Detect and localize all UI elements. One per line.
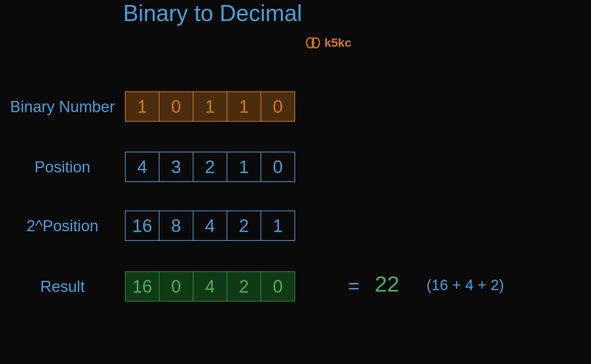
binary-cell: 0 (159, 91, 193, 122)
binary-cell: 1 (193, 91, 227, 122)
equals-sign: = (348, 274, 360, 297)
cells-binary: 1 0 1 1 0 (125, 91, 295, 122)
row-result: Result 16 0 4 2 0 (0, 271, 295, 302)
binary-cell: 1 (125, 91, 160, 122)
cells-power: 16 8 4 2 1 (125, 211, 295, 241)
power-cell: 16 (125, 211, 160, 241)
result-cell: 2 (227, 271, 261, 302)
position-cell: 3 (159, 152, 193, 182)
power-cell: 2 (227, 211, 261, 241)
result-cell: 16 (125, 271, 160, 302)
row-power: 2^Position 16 8 4 2 1 (0, 211, 295, 241)
label-power: 2^Position (0, 217, 125, 235)
result-cell: 0 (261, 271, 295, 302)
label-position: Position (0, 158, 125, 176)
power-cell: 4 (193, 211, 227, 241)
result-cell: 0 (159, 271, 193, 302)
result-cell: 4 (193, 271, 227, 302)
position-cell: 1 (227, 152, 261, 182)
brand-icon (305, 36, 321, 49)
position-cell: 4 (125, 152, 160, 182)
cells-position: 4 3 2 1 0 (125, 152, 295, 182)
binary-cell: 0 (261, 91, 295, 122)
power-cell: 8 (159, 211, 193, 241)
position-cell: 2 (193, 152, 227, 182)
label-result: Result (0, 278, 125, 295)
label-binary: Binary Number (0, 98, 125, 116)
result-expression: (16 + 4 + 2) (426, 277, 504, 294)
power-cell: 1 (261, 211, 295, 241)
position-cell: 0 (261, 152, 295, 182)
brand-text: k5kc (324, 36, 352, 50)
cells-result: 16 0 4 2 0 (125, 271, 295, 302)
page-title: Binary to Decimal (123, 0, 302, 26)
result-value: 22 (375, 271, 399, 297)
brand-badge: k5kc (305, 36, 352, 50)
row-position: Position 4 3 2 1 0 (0, 152, 295, 182)
binary-cell: 1 (227, 91, 261, 122)
row-binary: Binary Number 1 0 1 1 0 (0, 91, 295, 122)
